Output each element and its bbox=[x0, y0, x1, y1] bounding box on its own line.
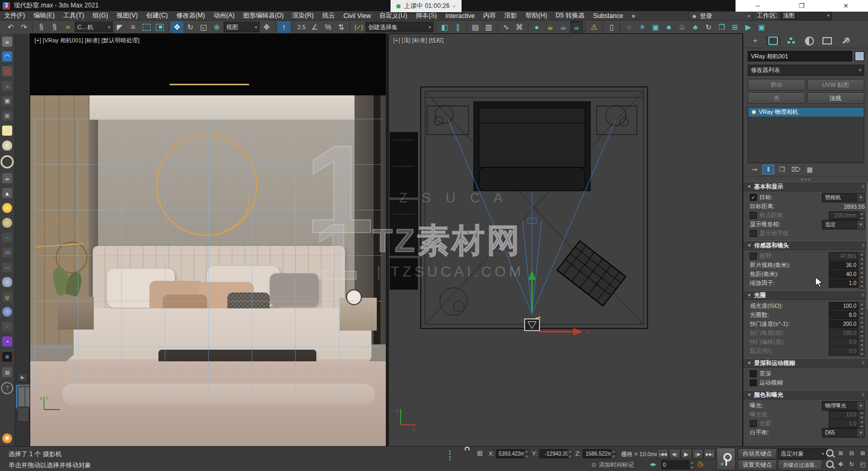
menu-tools[interactable]: 工具(T) bbox=[59, 11, 88, 20]
menu-graph-editors[interactable]: 图形编辑器(D) bbox=[239, 11, 288, 20]
minimize-button[interactable]: ─ bbox=[736, 0, 780, 12]
menu-civil-view[interactable]: Civil View bbox=[339, 12, 375, 20]
motion-blur-checkbox[interactable] bbox=[750, 379, 757, 386]
show-horizon-checkbox[interactable] bbox=[750, 230, 757, 237]
zoom-factor-field[interactable]: 1.0 bbox=[829, 279, 858, 288]
menu-xuanyun[interactable]: 炫云 bbox=[318, 11, 339, 20]
select-and-scale-button[interactable]: ◱ bbox=[197, 21, 210, 33]
play-button[interactable]: ▶ bbox=[680, 449, 692, 459]
configure-modifier-sets-button[interactable]: ▦ bbox=[804, 165, 816, 174]
pan-icon[interactable]: ✥ bbox=[836, 459, 846, 469]
vray-infinite-plane-icon[interactable]: ▲ bbox=[2, 188, 12, 198]
viewport-top[interactable]: x z x [+] [顶] [标准] [线框] bbox=[389, 34, 742, 447]
focal-length-spinner[interactable]: ▴▾ bbox=[859, 270, 865, 279]
frame-spinner[interactable]: ▴▾ bbox=[689, 460, 695, 469]
select-object-button[interactable]: ◤ bbox=[113, 21, 126, 33]
close-button[interactable]: ✕ bbox=[824, 0, 868, 12]
rollout-sensor-lens[interactable]: ▼ 传感器和镜头 ⠿ bbox=[743, 241, 868, 250]
window-crossing-button[interactable] bbox=[153, 21, 166, 33]
menu-interactive[interactable]: Interactive bbox=[441, 12, 479, 20]
panel-resize-handle[interactable]: ●●● bbox=[743, 176, 868, 182]
menu-customize[interactable]: 自定义(U) bbox=[375, 11, 412, 20]
pin-stack-button[interactable]: ⊸ bbox=[749, 165, 760, 174]
x-coordinate-field[interactable]: 5393.423m bbox=[496, 449, 527, 458]
absolute-mode-button[interactable]: ⊞ bbox=[477, 449, 483, 457]
vray-render-icon[interactable]: ☕ bbox=[2, 37, 12, 47]
select-and-move-button[interactable]: ✥ bbox=[171, 21, 183, 33]
vray-environment-fog-icon[interactable] bbox=[2, 277, 12, 287]
vignetting-spinner[interactable]: ▴▾ bbox=[859, 420, 865, 428]
film-gate-spinner[interactable]: ▴▾ bbox=[859, 261, 865, 270]
select-link-icon[interactable]: § bbox=[35, 21, 48, 33]
selected-filter-dropdown[interactable]: 选定对象 ▾ bbox=[778, 448, 827, 459]
y-coordinate-field[interactable]: -12943.39 bbox=[539, 449, 570, 458]
vray-sphere-icon[interactable] bbox=[2, 307, 12, 317]
menu-d5-converter[interactable]: D5 转换器 bbox=[552, 11, 589, 20]
remove-modifier-button[interactable]: ⌦ bbox=[790, 165, 802, 174]
tab-display[interactable] bbox=[819, 35, 836, 47]
time-configuration-button[interactable]: ◷ bbox=[697, 460, 703, 468]
help-icon[interactable]: ? bbox=[1, 382, 13, 394]
set-key-button[interactable]: 设置关键点 bbox=[738, 459, 777, 470]
vray-fur-icon[interactable]: ψ bbox=[2, 292, 12, 302]
modifier-stack[interactable]: VRay 物理相机 bbox=[748, 107, 864, 163]
percent-snap-button[interactable]: % bbox=[322, 21, 334, 33]
target-checkbox[interactable]: ✓ bbox=[750, 194, 757, 201]
current-frame-field[interactable]: 0 bbox=[661, 460, 692, 469]
vray-multimatte-icon[interactable]: ⁘ bbox=[2, 322, 12, 332]
select-by-name-button[interactable]: ≡ bbox=[127, 21, 139, 33]
vray-sphere-light-icon[interactable] bbox=[1, 155, 14, 168]
vray-rect-light-icon[interactable] bbox=[2, 126, 12, 136]
latency-spinner[interactable]: ▴▾ bbox=[859, 347, 865, 356]
set-keys-button[interactable]: ＋ bbox=[716, 448, 736, 470]
layer-manager-button[interactable]: ❐ bbox=[715, 21, 728, 33]
rollout-dof-moblur[interactable]: ▼ 景深和运动模糊 ⠿ bbox=[743, 358, 868, 368]
selection-filter-dropdown[interactable]: C…机 ▾ bbox=[75, 22, 113, 32]
menu-modifiers[interactable]: 修改器(M) bbox=[172, 11, 209, 20]
bind-spacewarp-icon[interactable]: ≈ bbox=[61, 21, 74, 33]
focus-distance-checkbox[interactable] bbox=[750, 212, 757, 219]
curve-editor-button[interactable]: ∿ bbox=[500, 21, 512, 33]
align-button[interactable]: ∥ bbox=[451, 21, 464, 33]
uvw-map-button[interactable]: UVW 贴图 bbox=[807, 79, 865, 91]
reference-coordinate-dropdown[interactable]: 视图 ▾ bbox=[224, 22, 260, 32]
viewport-top-label[interactable]: [+] [顶] [标准] [线框] bbox=[393, 37, 444, 45]
rollout-basic-display[interactable]: ▼ 基本和显示 ⠿ bbox=[743, 182, 868, 191]
menu-overflow-chevron[interactable]: » bbox=[627, 12, 640, 20]
fnumber-spinner[interactable]: ▴▾ bbox=[859, 311, 865, 319]
viewport-layout-button[interactable]: ⊞ bbox=[729, 21, 741, 33]
play-animation-script-button[interactable]: ▶ bbox=[742, 21, 755, 33]
camera-script-button[interactable]: ▣ bbox=[755, 21, 768, 33]
vignetting-checkbox[interactable] bbox=[750, 420, 757, 427]
show-end-result-button[interactable]: ‖ bbox=[763, 165, 774, 174]
vray-proxy-icon[interactable] bbox=[2, 351, 13, 362]
vray-glow-icon[interactable]: ✹ bbox=[2, 433, 12, 443]
tab-hierarchy[interactable] bbox=[783, 35, 800, 47]
auto-key-button[interactable]: 自动关键点 bbox=[738, 448, 777, 459]
vray-camera-lister-icon[interactable]: ▣ bbox=[2, 96, 12, 106]
sun-positioner-button[interactable]: ☀ bbox=[636, 21, 649, 33]
menu-scripting[interactable]: 脚本(S) bbox=[411, 11, 441, 20]
menu-substance[interactable]: Substance bbox=[589, 12, 627, 20]
show-cone-dropdown[interactable]: 选定▾ bbox=[822, 220, 865, 229]
zoom-region-icon[interactable] bbox=[825, 459, 835, 469]
orbit-icon[interactable]: ↻ bbox=[847, 459, 857, 469]
shutter-speed-spinner[interactable]: ▴▾ bbox=[859, 320, 865, 328]
dof-checkbox[interactable] bbox=[750, 370, 757, 377]
light-lister-button[interactable]: ○ bbox=[623, 21, 635, 33]
workspace-dropdown[interactable]: 顶图 ▾ bbox=[780, 12, 832, 20]
maximize-viewport-icon[interactable]: ◰ bbox=[857, 459, 868, 469]
zoom-extents-all-icon[interactable]: ⊞ bbox=[857, 448, 868, 458]
menu-help[interactable]: 帮助(H) bbox=[521, 11, 552, 20]
vray-disc-light-icon[interactable] bbox=[2, 218, 12, 228]
normal-button[interactable]: 法线 bbox=[807, 92, 865, 104]
axis-constraint-button[interactable]: ↑ bbox=[278, 21, 290, 33]
iso-field[interactable]: 100.0 bbox=[829, 302, 858, 310]
shell-button[interactable]: 壳 bbox=[748, 92, 805, 104]
zoom-all-icon[interactable]: ⊞ bbox=[836, 448, 846, 458]
maximize-button[interactable]: ❐ bbox=[780, 0, 823, 12]
iso-spinner[interactable]: ▴▾ bbox=[859, 302, 865, 310]
stack-item-vray-physical-camera[interactable]: VRay 物理相机 bbox=[748, 108, 864, 117]
z-coordinate-field[interactable]: 1586.522m bbox=[583, 449, 614, 458]
z-spinner[interactable]: ▴▾ bbox=[611, 449, 616, 458]
